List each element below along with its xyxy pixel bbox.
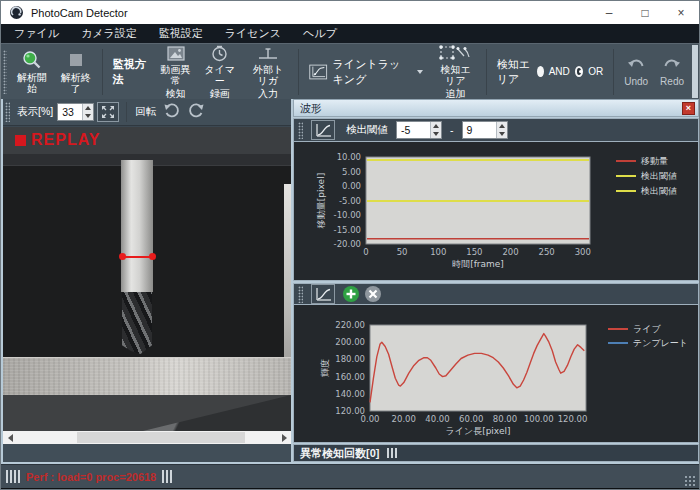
remove-line-button[interactable] — [364, 285, 382, 303]
polygon-area-icon — [438, 44, 472, 62]
svg-text:80.00: 80.00 — [493, 414, 517, 424]
svg-text:120.00: 120.00 — [558, 414, 588, 424]
movement-chart-svg: 10.005.000.00-5.00-10.00-15.00-20.000501… — [294, 142, 698, 279]
measurement-handle-right[interactable] — [149, 253, 156, 260]
menu-license[interactable]: ライセンス — [214, 24, 292, 43]
svg-text:-15.00: -15.00 — [334, 225, 361, 235]
or-radio-label[interactable]: OR — [588, 66, 603, 77]
or-radio[interactable] — [575, 66, 583, 77]
svg-text:50: 50 — [397, 247, 408, 257]
video-anomaly-button[interactable]: 動画異常 検知 — [154, 43, 198, 101]
measurement-handle-left[interactable] — [119, 253, 126, 260]
zoom-value[interactable]: 33 — [58, 104, 82, 120]
threshold-curve-button[interactable] — [311, 120, 335, 140]
add-detection-area-button[interactable]: 検知エリア 追加 — [429, 42, 481, 101]
svg-text:140.00: 140.00 — [335, 389, 365, 399]
menu-monitor-settings[interactable]: 監視設定 — [148, 24, 214, 43]
analyze-start-button[interactable]: 解析開始 — [10, 48, 54, 96]
anomaly-count-label: 異常検知回数[0] — [300, 446, 379, 461]
svg-text:100: 100 — [430, 247, 446, 257]
svg-text:10.00: 10.00 — [337, 152, 361, 162]
svg-text:20.00: 20.00 — [392, 414, 416, 424]
statusbar-grip-icon — [162, 470, 172, 483]
panel-close-button[interactable]: × — [682, 102, 695, 115]
menu-file[interactable]: ファイル — [3, 24, 70, 43]
threshold-low-value[interactable]: -5 — [397, 122, 430, 138]
toolbar-grip[interactable] — [3, 50, 7, 94]
redo-arrow-icon — [661, 57, 683, 74]
replay-indicator: REPLAY — [15, 131, 100, 149]
line-tracking-button[interactable]: ライントラッキング — [303, 57, 429, 87]
video-toolbar-grip[interactable] — [5, 102, 10, 122]
threshold-toolbar-grip[interactable] — [298, 122, 303, 139]
rotate-ccw-icon — [162, 100, 182, 120]
video-toolbar-separator — [126, 102, 127, 122]
clock-icon — [210, 45, 229, 62]
tool-shank — [121, 160, 153, 292]
camera-frame — [3, 154, 291, 431]
magnifier-start-icon — [21, 50, 43, 70]
video-view[interactable]: REPLAY — [3, 127, 291, 431]
replay-label: REPLAY — [31, 131, 100, 149]
threshold-high-up[interactable] — [497, 122, 507, 130]
scroll-left-button[interactable] — [3, 431, 17, 444]
maximize-button[interactable]: □ — [627, 1, 663, 24]
window-title: PhotoCam Detector — [31, 7, 128, 19]
undo-button[interactable]: Undo — [618, 55, 654, 89]
scrollbar-thumb[interactable] — [77, 432, 245, 443]
and-radio[interactable] — [537, 66, 544, 77]
waveform-title: 波形 — [300, 101, 682, 116]
scrollbar-track[interactable] — [17, 431, 277, 444]
redo-button[interactable]: Redo — [654, 55, 690, 89]
threshold-high-spinbox[interactable]: 9 — [462, 121, 508, 139]
resize-grip[interactable] — [685, 476, 696, 487]
and-radio-label[interactable]: AND — [549, 66, 570, 77]
measurement-line[interactable] — [123, 256, 152, 258]
threshold-low-spinbox[interactable]: -5 — [396, 121, 442, 139]
monitor-method-label: 監視方法 — [107, 57, 154, 87]
svg-text:-10.00: -10.00 — [334, 210, 361, 220]
brightness-toolbar-grip[interactable] — [298, 286, 303, 303]
zoom-up-button[interactable] — [83, 104, 93, 112]
grip-bars-icon — [387, 448, 397, 458]
work-table — [3, 357, 291, 395]
svg-text:200.00: 200.00 — [335, 337, 365, 347]
svg-text:0: 0 — [363, 247, 368, 257]
fit-view-button[interactable] — [97, 102, 119, 122]
zoom-spinbox[interactable]: 33 — [57, 103, 94, 121]
svg-text:40.00: 40.00 — [425, 414, 449, 424]
svg-text:300: 300 — [575, 247, 591, 257]
chevron-down-icon — [417, 70, 423, 74]
svg-text:検出閾値: 検出閾値 — [640, 171, 677, 181]
brightness-curve-button[interactable] — [311, 284, 335, 304]
threshold-high-value[interactable]: 9 — [463, 122, 496, 138]
svg-text:移動量: 移動量 — [640, 156, 668, 166]
video-panel-footer — [3, 444, 291, 462]
scroll-right-button[interactable] — [277, 431, 291, 444]
svg-text:5.00: 5.00 — [342, 167, 361, 177]
menu-camera-settings[interactable]: カメラ設定 — [70, 24, 148, 43]
video-horizontal-scrollbar[interactable] — [3, 431, 291, 444]
menu-help[interactable]: ヘルプ — [292, 24, 348, 43]
toolbar-separator — [102, 49, 103, 95]
movement-chart: 10.005.000.00-5.00-10.00-15.00-20.000501… — [293, 142, 699, 281]
zoom-down-button[interactable] — [83, 112, 93, 120]
add-line-button[interactable] — [342, 285, 360, 303]
timer-record-button[interactable]: タイマー 録画 — [197, 43, 241, 101]
threshold-low-up[interactable] — [431, 122, 441, 130]
svg-text:移動量[pixel]: 移動量[pixel] — [316, 173, 326, 229]
external-trigger-button[interactable]: 外部トリガ 入力 — [242, 43, 294, 101]
close-button[interactable]: × — [663, 1, 699, 24]
threshold-dash: - — [446, 124, 458, 136]
rotate-ccw-button[interactable] — [162, 100, 182, 124]
threshold-high-down[interactable] — [497, 130, 507, 138]
threshold-low-down[interactable] — [431, 130, 441, 138]
svg-text:時間[frame]: 時間[frame] — [452, 259, 504, 269]
minimize-button[interactable]: – — [591, 1, 627, 24]
rotate-cw-button[interactable] — [186, 100, 206, 124]
svg-text:輝度: 輝度 — [320, 359, 330, 377]
toolbar-overflow-scrollbar[interactable] — [692, 45, 698, 98]
menubar: ファイル カメラ設定 監視設定 ライセンス ヘルプ — [1, 24, 699, 43]
line-tracking-icon — [309, 62, 327, 82]
analyze-end-button[interactable]: 解析終了 — [54, 48, 98, 96]
